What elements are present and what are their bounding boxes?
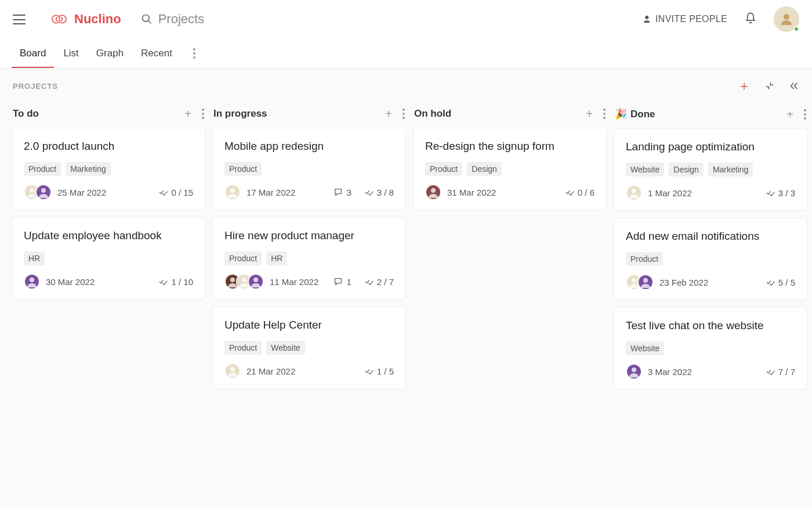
card-footer: 17 Mar 202233 / 8 <box>224 184 394 200</box>
card-date: 3 Mar 2022 <box>648 367 692 377</box>
add-card-button[interactable]: + <box>586 108 593 120</box>
tabs-more-button[interactable] <box>190 45 199 62</box>
search-placeholder: Projects <box>158 12 204 27</box>
tag: HR <box>266 251 287 265</box>
tag: Product <box>224 162 262 176</box>
card-tags: Product <box>626 252 795 266</box>
card-date: 31 Mar 2022 <box>447 188 496 197</box>
column-menu-button[interactable] <box>804 109 806 120</box>
status-online-indicator <box>793 26 799 32</box>
card-tags: Website <box>626 341 795 355</box>
card[interactable]: Update Help CenterProductWebsite21 Mar 2… <box>212 307 406 389</box>
column-menu-button[interactable] <box>403 109 405 119</box>
card-tags: ProductDesign <box>425 162 594 176</box>
card-footer: 21 Mar 20221 / 5 <box>224 363 394 379</box>
assignee-avatar <box>626 185 642 201</box>
svg-point-20 <box>431 188 436 193</box>
column-header: In progress+ <box>212 103 406 128</box>
card-avatars <box>224 184 241 200</box>
card-stats: 5 / 5 <box>766 278 795 287</box>
notifications-button[interactable] <box>745 12 756 27</box>
column-cards: Landing page optimizationWebsiteDesignMa… <box>614 128 807 390</box>
card-stats: 1 / 5 <box>364 366 394 376</box>
checklist-count: 3 / 3 <box>766 188 795 198</box>
card[interactable]: Re-design the signup formProductDesign31… <box>413 128 607 210</box>
app-header: Nuclino Projects INVITE PEOPLE <box>0 0 812 38</box>
assignee-avatar <box>637 274 654 290</box>
assignee-avatar <box>24 273 40 290</box>
checklist-count: 2 / 7 <box>364 277 394 287</box>
card-avatars <box>425 184 441 200</box>
invite-people-button[interactable]: INVITE PEOPLE <box>640 14 727 24</box>
column-actions: + <box>786 109 806 120</box>
card-date: 11 Mar 2022 <box>270 277 318 287</box>
column-emoji-icon: 🎉 <box>615 108 627 120</box>
card-title: Add new email notifications <box>626 230 795 243</box>
checklist-count: 0 / 6 <box>565 188 594 197</box>
card-avatars <box>224 363 241 379</box>
card-tags: ProductHR <box>224 251 394 265</box>
add-column-button[interactable]: ＋ <box>738 80 751 92</box>
card[interactable]: Landing page optimizationWebsiteDesignMa… <box>614 128 807 211</box>
card-avatars <box>24 184 52 200</box>
card-avatars <box>224 273 264 290</box>
card-title: Update employee handbook <box>24 229 193 242</box>
tag: Website <box>626 341 664 355</box>
view-tabs: BoardListGraphRecent <box>0 38 812 69</box>
card-title: Update Help Center <box>224 319 394 332</box>
header-actions: INVITE PEOPLE <box>640 6 799 32</box>
svg-point-18 <box>230 367 235 372</box>
tab-graph[interactable]: Graph <box>96 39 124 67</box>
card-title: Hire new product manager <box>224 229 394 242</box>
card[interactable]: Update employee handbookHR30 Mar 20221 /… <box>12 217 205 300</box>
tab-board[interactable]: Board <box>20 39 46 67</box>
user-avatar[interactable] <box>774 6 799 32</box>
svg-point-10 <box>230 188 235 193</box>
column-title: To do <box>13 108 39 120</box>
checklist-count: 1 / 5 <box>364 366 394 376</box>
card[interactable]: 2.0 product launchProductMarketing25 Mar… <box>12 128 205 210</box>
card[interactable]: Add new email notificationsProduct23 Feb… <box>614 218 807 300</box>
menu-icon[interactable] <box>13 14 26 24</box>
collapse-icon[interactable] <box>764 81 775 91</box>
svg-point-8 <box>30 278 34 282</box>
add-card-button[interactable]: + <box>786 109 793 120</box>
logo-text: Nuclino <box>74 12 121 27</box>
assignee-avatar <box>626 363 642 380</box>
comments-count: 3 <box>334 188 351 197</box>
card-avatars <box>24 273 40 290</box>
svg-point-28 <box>632 368 636 372</box>
search-input[interactable]: Projects <box>141 12 204 27</box>
tag: Design <box>669 163 704 176</box>
card-stats: 1 / 10 <box>158 277 193 287</box>
tag: Product <box>24 162 61 176</box>
svg-point-26 <box>643 278 648 283</box>
tab-recent[interactable]: Recent <box>141 39 172 67</box>
column-to-do: To do+2.0 product launchProductMarketing… <box>12 103 205 508</box>
board-subheader: PROJECTS ＋ <box>0 69 812 103</box>
invite-label: INVITE PEOPLE <box>655 14 727 24</box>
column-menu-button[interactable] <box>603 109 606 119</box>
card-date: 25 Mar 2022 <box>57 188 106 197</box>
card-tags: ProductWebsite <box>224 341 394 355</box>
app-logo[interactable]: Nuclino <box>49 12 121 27</box>
column-header: On hold+ <box>413 103 607 128</box>
card-title: 2.0 product launch <box>24 140 193 153</box>
card-footer: 31 Mar 20220 / 6 <box>425 184 594 200</box>
column-header: To do+ <box>12 103 205 128</box>
card[interactable]: Hire new product managerProductHR11 Mar … <box>212 217 406 300</box>
column-menu-button[interactable] <box>202 109 204 119</box>
card[interactable]: Test live chat on the websiteWebsite3 Ma… <box>614 307 807 390</box>
card[interactable]: Mobile app redesignProduct17 Mar 202233 … <box>212 128 406 210</box>
tag: Website <box>626 163 664 176</box>
add-card-button[interactable]: + <box>385 108 392 120</box>
tab-list[interactable]: List <box>63 39 78 67</box>
checklist-count: 0 / 15 <box>158 188 193 197</box>
column-cards: Re-design the signup formProductDesign31… <box>413 128 607 210</box>
collapse-sidebar-icon[interactable] <box>789 81 799 91</box>
add-card-button[interactable]: + <box>184 108 191 120</box>
card-footer: 3 Mar 20227 / 7 <box>626 363 795 380</box>
svg-point-22 <box>632 189 636 193</box>
column-title: 🎉Done <box>615 108 655 120</box>
tag: Product <box>224 341 262 355</box>
